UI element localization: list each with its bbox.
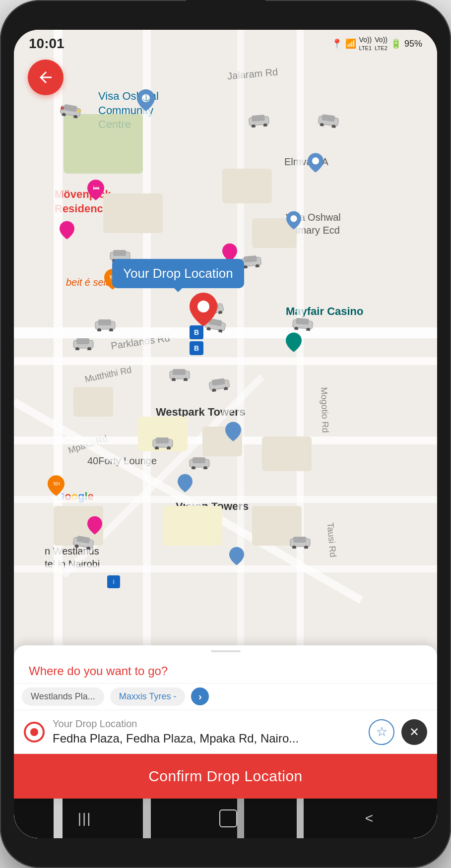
- address-value: Fedha Plaza, Fedha Plaza, Mpaka Rd, Nair…: [53, 732, 361, 745]
- address-label-text: Your Drop Location: [53, 718, 361, 730]
- back-button[interactable]: [28, 60, 64, 95]
- status-icons: 📍 📶 Vo))LTE1 Vo))LTE2 🔋 95%: [331, 36, 422, 52]
- car-2: [248, 112, 271, 130]
- signal-lte2: Vo))LTE2: [375, 36, 387, 52]
- close-icon: ✕: [409, 725, 419, 739]
- svg-rect-33: [61, 107, 64, 110]
- car-9: [72, 336, 94, 352]
- notch: [186, 0, 265, 18]
- pin-40forty: 🍽: [48, 475, 64, 498]
- svg-rect-76: [156, 437, 169, 443]
- scroll-hint: [211, 650, 241, 652]
- svg-rect-18: [262, 436, 312, 471]
- car-10: [169, 367, 191, 383]
- svg-text:🛏: 🛏: [93, 184, 99, 191]
- map-blue-square: i: [107, 575, 120, 588]
- status-time: 10:01: [29, 36, 64, 52]
- svg-rect-68: [173, 369, 186, 375]
- svg-rect-80: [296, 318, 309, 325]
- address-actions: ☆ ✕: [369, 719, 427, 745]
- pin-visa-oshwal: ⚓: [137, 89, 155, 113]
- car-7: [94, 317, 116, 333]
- svg-rect-34: [77, 110, 81, 113]
- pin-westlands: [87, 516, 102, 537]
- drop-tooltip-text: Your Drop Location: [123, 266, 233, 281]
- suggestion-more[interactable]: ›: [191, 687, 209, 705]
- address-row: Your Drop Location Fedha Plaza, Fedha Pl…: [14, 710, 437, 754]
- svg-rect-4: [14, 565, 437, 572]
- phone-frame: 10:01 📍 📶 Vo))LTE1 Vo))LTE2 🔋 95%: [0, 0, 451, 868]
- drop-pin: [190, 293, 217, 328]
- search-suggestions: Westlands Pla... Maxxis Tyres - ›: [14, 683, 437, 710]
- where-go-section: Where do you want to go?: [14, 654, 437, 683]
- phone-screen: 10:01 📍 📶 Vo))LTE1 Vo))LTE2 🔋 95%: [14, 30, 437, 838]
- pin-movenpick: 🛏: [87, 180, 104, 202]
- pin-south: [229, 547, 244, 567]
- car-3: [317, 112, 340, 130]
- svg-text:🍽: 🍽: [54, 481, 60, 487]
- pin-westpark: [225, 422, 241, 443]
- confirm-drop-button[interactable]: Confirm Drop Location: [14, 754, 437, 799]
- pin-elmvale: [308, 153, 323, 175]
- svg-point-95: [197, 301, 209, 312]
- bottom-panel: Where do you want to go? Westlands Pla..…: [14, 645, 437, 799]
- svg-point-24: [312, 157, 319, 164]
- pin-visa-primary: [286, 211, 301, 232]
- drop-dot-icon: [24, 722, 45, 743]
- svg-rect-3: [14, 496, 437, 503]
- svg-rect-12: [103, 193, 163, 233]
- drop-tooltip: Your Drop Location: [112, 259, 244, 288]
- svg-rect-36: [252, 115, 265, 122]
- signal-lte1: Vo))LTE1: [359, 36, 372, 52]
- suggestion-westlands[interactable]: Westlands Pla...: [22, 687, 104, 706]
- status-bar: 10:01 📍 📶 Vo))LTE1 Vo))LTE2 🔋 95%: [14, 30, 437, 58]
- svg-point-25: [290, 215, 297, 222]
- bus-stop-2: B: [190, 341, 203, 355]
- svg-rect-52: [244, 255, 257, 262]
- car-13: [291, 315, 315, 333]
- svg-rect-84: [193, 457, 205, 463]
- car-14: [189, 455, 210, 471]
- pin-hotel2: [60, 221, 74, 242]
- svg-rect-11: [64, 114, 143, 174]
- svg-rect-56: [98, 319, 111, 325]
- drop-dot-inner: [30, 728, 38, 736]
- svg-rect-13: [222, 169, 272, 203]
- wifi-icon: 📶: [345, 38, 356, 49]
- svg-text:⚓: ⚓: [142, 94, 150, 102]
- battery-icon: 🔋: [390, 38, 401, 49]
- car-12: [152, 435, 174, 451]
- where-go-text: Where do you want to go?: [29, 664, 422, 678]
- svg-rect-1: [14, 357, 437, 365]
- svg-rect-44: [113, 250, 126, 256]
- svg-rect-15: [73, 387, 113, 417]
- suggestion-maxxis[interactable]: Maxxis Tyres -: [110, 687, 186, 706]
- svg-rect-20: [163, 506, 222, 546]
- star-icon: ☆: [376, 724, 387, 740]
- pin-mayfair: [286, 332, 302, 354]
- pin-vision: [178, 474, 193, 495]
- battery-percent: 95%: [404, 39, 422, 49]
- car-16: [289, 535, 311, 551]
- svg-rect-92: [293, 537, 306, 543]
- svg-rect-64: [76, 338, 89, 344]
- clear-button[interactable]: ✕: [401, 719, 427, 745]
- address-info: Your Drop Location Fedha Plaza, Fedha Pl…: [53, 718, 361, 745]
- location-icon: 📍: [331, 38, 342, 49]
- car-11: [207, 375, 231, 394]
- favorite-button[interactable]: ☆: [369, 719, 394, 745]
